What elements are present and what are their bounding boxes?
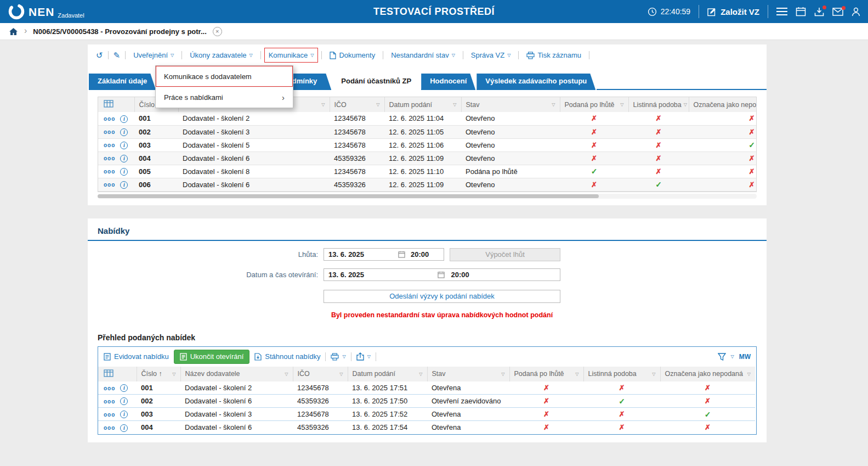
breadcrumb-contract[interactable]: N006/25/V00005438 - Provozování prodejny… [33,27,206,36]
calendar-icon[interactable] [398,251,405,258]
info-icon[interactable]: i [120,384,128,392]
export-button[interactable]: ▽ [356,352,371,361]
column-header-podana-po-lhute[interactable]: Podaná po lhůtě▽ [560,97,628,112]
tab-hodnoceni[interactable]: Hodnocení [421,74,475,90]
messages-icon[interactable] [832,8,843,16]
filter-icon[interactable]: ▽ [552,102,555,107]
column-header-listinna-podoba[interactable]: Listinná podoba▽ [583,367,660,381]
filter-icon[interactable]: ▽ [652,372,655,377]
column-header-ico[interactable]: IČO▽ [293,367,348,381]
row-actions-icon[interactable]: ooo [104,385,115,391]
filter-icon[interactable]: ▽ [321,102,325,107]
chevron-down-icon[interactable]: ▽ [731,354,734,359]
filter-icon[interactable]: ▽ [501,372,504,377]
table-row[interactable]: oooi002Dodavatel - školení 64535932613. … [98,395,755,408]
table-row[interactable]: oooi004Dodavatel - školení 64535932612. … [98,151,757,165]
mw-label[interactable]: MW [739,353,751,361]
toolbar-link-komunikace[interactable]: Komunikace▽ [264,48,319,63]
table-row[interactable]: oooi001Dodavatel - školení 21234567813. … [98,381,755,395]
tab-vysledek-zadavaciho-postupu[interactable]: Výsledek zadávacího postupu [476,74,595,90]
toolbar-link-tisk-zaznamu[interactable]: Tisk záznamu [522,48,586,63]
column-header-oznacena-jako-nepodana[interactable]: Označena jako nepodaná▽ [660,367,755,381]
table-row[interactable]: oooi003Dodavatel - školení 51234567812. … [98,138,757,151]
table-row[interactable]: oooi005Dodavatel - školení 81234567812. … [98,165,757,178]
column-header-stav[interactable]: Stav▽ [427,367,509,381]
row-actions-icon[interactable]: ooo [104,169,115,175]
row-actions-icon[interactable]: ooo [104,155,115,161]
table-row[interactable]: oooi001Dodavatel - školení 21234567812. … [98,112,757,125]
opening-input[interactable]: 13. 6. 2025 20:00 [324,268,560,281]
filter-icon[interactable]: ▽ [285,372,288,377]
ukoncit-otevirani-button[interactable]: Ukončit otevírání [174,350,250,364]
send-invite-button[interactable]: Odeslání výzvy k podání nabídek [324,290,560,303]
table-row[interactable]: oooi004Dodavatel - školení 64535932613. … [98,421,755,434]
column-header-podana-po-lhute[interactable]: Podaná po lhůtě▽ [509,367,583,381]
menu-icon[interactable] [776,8,787,15]
column-header-datum-podani[interactable]: Datum podání▽ [348,367,427,381]
deadline-time-value[interactable]: 20:00 [405,250,444,259]
opening-date-value[interactable]: 13. 6. 2025 [324,271,438,279]
calendar-icon[interactable] [438,271,445,278]
row-actions-icon[interactable]: ooo [104,412,115,418]
filter-icon[interactable]: ▽ [620,102,623,107]
info-icon[interactable]: i [120,115,128,123]
tab-podani-ucastniku-zp[interactable]: Podání účastníků ZP [332,74,420,90]
column-header-datum-podani[interactable]: Datum podání▽ [384,97,461,112]
user-icon[interactable] [852,7,860,16]
toolbar-link-sprava-vz[interactable]: Správa VZ▽ [467,48,515,63]
toolbar-link-uverejneni[interactable]: Uveřejnění▽ [129,48,178,63]
column-header-cislo[interactable]: Číslo ↑▽ [137,367,180,381]
row-actions-icon[interactable]: ooo [104,142,115,148]
table-row[interactable]: oooi006Dodavatel - školení 64535932612. … [98,178,757,191]
column-header-oznacena-jako-nepodana[interactable]: Označena jako nepodaná▽ [689,97,757,112]
column-chooser-icon[interactable] [98,367,137,381]
filter-icon[interactable]: ▽ [747,372,751,377]
home-icon[interactable] [9,27,18,36]
row-actions-icon[interactable]: ooo [104,425,115,431]
tab-zakladni-udaje[interactable]: Základní údaje [89,74,156,90]
deadline-date-value[interactable]: 13. 6. 2025 [324,250,398,259]
nen-brand[interactable]: NEN Zadavatel [8,3,84,20]
calendar-icon[interactable] [796,7,806,16]
refresh-icon[interactable]: ↺ [94,50,105,60]
column-header-listinna-podoba[interactable]: Listinná podoba▽ [628,97,689,112]
filter-icon[interactable]: ▽ [172,372,175,377]
downloads-icon[interactable] [814,7,824,16]
column-header-stav[interactable]: Stav▽ [461,97,560,112]
table-row[interactable]: oooi003Dodavatel - školení 31234567813. … [98,408,755,421]
filter-icon[interactable]: ▽ [453,102,456,107]
menu-item-komunikace-s-dodavatelem[interactable]: Komunikace s dodavatelem [156,66,293,87]
column-chooser-icon[interactable] [98,97,134,112]
info-icon[interactable]: i [120,424,128,432]
filter-icon[interactable]: ▽ [376,102,379,107]
column-header-nazev-dodavatele[interactable]: Název dodavatele▽ [180,367,293,381]
toolbar-link-dokumenty[interactable]: Dokumenty [325,48,379,63]
compute-deadlines-button[interactable]: Výpočet lhůt [450,248,560,261]
row-actions-icon[interactable]: ooo [104,116,115,122]
evidovat-nabidku-button[interactable]: Evidovat nabídku [104,352,169,361]
info-icon[interactable]: i [120,142,128,149]
toolbar-link-ukony-zadavatele[interactable]: Úkony zadavatele▽ [185,48,257,63]
filter-icon[interactable]: ▽ [419,372,422,377]
stahnout-nabidky-button[interactable]: Stáhnout nabídky [254,352,320,361]
row-actions-icon[interactable]: ooo [104,398,115,405]
info-icon[interactable]: i [120,411,128,418]
filter-icon[interactable]: ▽ [339,372,343,377]
toolbar-link-nestandardni-stav[interactable]: Nestandardní stav▽ [387,48,459,63]
close-icon[interactable]: × [213,27,222,36]
opening-time-value[interactable]: 20:00 [445,271,560,279]
deadline-input[interactable]: 13. 6. 2025 20:00 [324,248,444,261]
filter-icon[interactable] [718,353,726,361]
row-actions-icon[interactable]: ooo [104,182,115,188]
row-actions-icon[interactable]: ooo [104,129,115,135]
info-icon[interactable]: i [120,128,128,136]
info-icon[interactable]: i [120,168,128,176]
horizontal-scrollbar[interactable] [98,194,757,199]
print-button[interactable]: ▽ [331,353,345,361]
filter-icon[interactable]: ▽ [575,372,578,377]
edit-icon[interactable]: ✎ [112,50,122,60]
table-row[interactable]: oooi002Dodavatel - školení 31234567812. … [98,125,757,138]
filter-icon[interactable]: ▽ [684,102,687,107]
info-icon[interactable]: i [120,155,128,162]
info-icon[interactable]: i [120,397,128,405]
